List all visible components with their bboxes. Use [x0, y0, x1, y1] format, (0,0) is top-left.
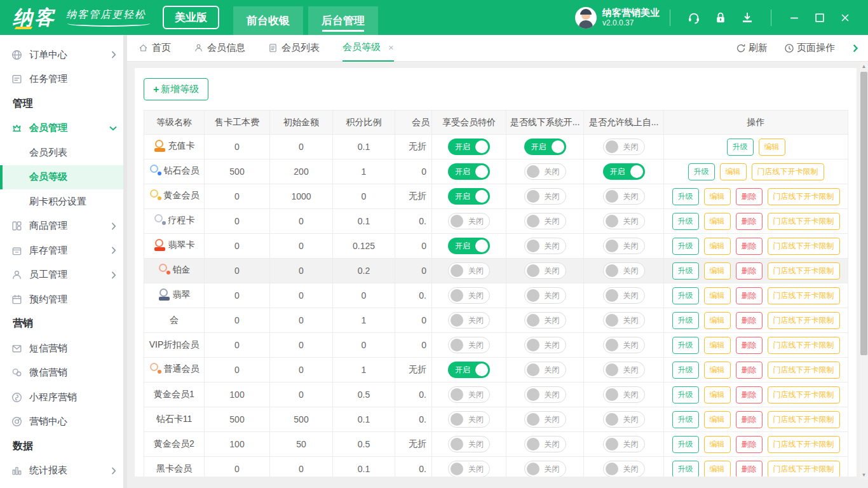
upgrade-button[interactable]: 升级: [672, 213, 699, 230]
delete-button[interactable]: 删除: [736, 312, 763, 329]
upgrade-button[interactable]: 升级: [672, 461, 699, 477]
sidebar-item[interactable]: 库存管理: [0, 238, 127, 263]
toggle-offline-open[interactable]: 关闭: [524, 362, 566, 378]
delete-button[interactable]: 删除: [736, 213, 763, 230]
maximize-button[interactable]: [814, 12, 825, 24]
toggle-online-self[interactable]: 关闭: [603, 213, 645, 229]
mode-tab-backend[interactable]: 后台管理: [308, 6, 378, 35]
scroll-up-icon[interactable]: ▲: [860, 62, 868, 71]
toggle-special-price[interactable]: 开启: [448, 188, 490, 205]
page-operations-button[interactable]: 页面操作: [784, 42, 835, 54]
toggle-online-self[interactable]: 关闭: [603, 337, 645, 353]
toggle-online-self[interactable]: 关闭: [603, 188, 645, 205]
edit-button[interactable]: 编辑: [704, 312, 731, 329]
toggle-special-price[interactable]: 开启: [448, 163, 490, 180]
toggle-special-price[interactable]: 关闭: [448, 262, 490, 279]
tab-会员等级[interactable]: 会员等级×: [342, 35, 394, 62]
sidebar-subitem[interactable]: 刷卡积分设置: [0, 189, 127, 214]
upgrade-button[interactable]: 升级: [688, 163, 715, 180]
toggle-special-price[interactable]: 关闭: [448, 287, 490, 304]
toggle-online-self[interactable]: 关闭: [603, 287, 645, 304]
limit-button[interactable]: 门店线下开卡限制: [768, 188, 840, 205]
close-tab-icon[interactable]: ×: [388, 42, 394, 53]
upgrade-button[interactable]: 升级: [672, 238, 699, 255]
sidebar-item[interactable]: 会员管理: [0, 116, 127, 141]
upgrade-button[interactable]: 升级: [672, 262, 699, 280]
edit-button[interactable]: 编辑: [759, 139, 785, 156]
sidebar-item[interactable]: 短信营销: [0, 336, 127, 361]
toggle-online-self[interactable]: 关闭: [603, 139, 645, 155]
sidebar-item[interactable]: 预约管理: [0, 287, 127, 312]
toggle-special-price[interactable]: 关闭: [448, 386, 490, 403]
toggle-online-self[interactable]: 关闭: [603, 238, 645, 254]
user-avatar[interactable]: [575, 7, 597, 29]
limit-button[interactable]: 门店线下开卡限制: [768, 337, 840, 354]
upgrade-button[interactable]: 升级: [672, 312, 699, 329]
upgrade-button[interactable]: 升级: [672, 188, 699, 205]
sidebar-item[interactable]: 小程序营销: [0, 385, 127, 410]
upgrade-button[interactable]: 升级: [672, 337, 699, 354]
sidebar-item[interactable]: [0, 483, 127, 488]
toggle-offline-open[interactable]: 关闭: [524, 188, 566, 205]
toggle-online-self[interactable]: 关闭: [603, 461, 645, 477]
delete-button[interactable]: 删除: [736, 386, 763, 403]
toggle-online-self[interactable]: 关闭: [603, 312, 645, 329]
toggle-special-price[interactable]: 关闭: [448, 436, 490, 452]
upgrade-button[interactable]: 升级: [672, 362, 699, 379]
lock-icon[interactable]: [714, 11, 728, 25]
toggle-special-price[interactable]: 开启: [448, 362, 490, 378]
tab-首页[interactable]: 首页: [139, 35, 171, 62]
limit-button[interactable]: 门店线下开卡限制: [768, 411, 840, 428]
limit-button[interactable]: 门店线下开卡限制: [768, 436, 840, 453]
delete-button[interactable]: 删除: [736, 262, 763, 280]
toggle-offline-open[interactable]: 关闭: [524, 411, 566, 428]
upgrade-button[interactable]: 升级: [727, 139, 754, 156]
sidebar-item[interactable]: 员工管理: [0, 263, 127, 288]
toggle-special-price[interactable]: 开启: [448, 139, 490, 155]
tab-会员信息[interactable]: 会员信息: [194, 35, 245, 62]
delete-button[interactable]: 删除: [736, 362, 763, 379]
sidebar-item[interactable]: 商品管理: [0, 214, 127, 239]
sidebar-item[interactable]: 营销中心: [0, 410, 127, 435]
sidebar-subitem[interactable]: 会员等级: [0, 165, 127, 190]
limit-button[interactable]: 门店线下开卡限制: [768, 312, 840, 329]
edit-button[interactable]: 编辑: [704, 461, 731, 477]
mode-tab-cashier[interactable]: 前台收银: [233, 6, 303, 35]
toggle-offline-open[interactable]: 关闭: [524, 213, 566, 229]
limit-button[interactable]: 门店线下开卡限制: [768, 238, 840, 255]
user-info[interactable]: 纳客营销美业 v2.0.0.37: [602, 7, 660, 29]
sidebar-item[interactable]: 订单中心: [0, 43, 127, 67]
toggle-online-self[interactable]: 关闭: [603, 262, 645, 279]
sidebar-subitem[interactable]: 会员列表: [0, 140, 127, 165]
toggle-offline-open[interactable]: 关闭: [524, 312, 566, 329]
upgrade-button[interactable]: 升级: [672, 436, 699, 453]
toggle-special-price[interactable]: 关闭: [448, 411, 490, 428]
edition-badge[interactable]: 美业版: [163, 6, 219, 29]
minimize-button[interactable]: [789, 12, 800, 24]
limit-button[interactable]: 门店线下开卡限制: [768, 362, 840, 379]
limit-button[interactable]: 门店线下开卡限制: [768, 461, 840, 477]
edit-button[interactable]: 编辑: [720, 163, 747, 180]
scroll-down-icon[interactable]: ▼: [860, 471, 868, 479]
edit-button[interactable]: 编辑: [704, 188, 731, 205]
sidebar-item[interactable]: 微信营销: [0, 361, 127, 386]
toggle-offline-open[interactable]: 关闭: [524, 436, 566, 452]
expand-operations-icon[interactable]: [851, 44, 859, 53]
edit-button[interactable]: 编辑: [704, 262, 731, 280]
toggle-special-price[interactable]: 关闭: [448, 337, 490, 353]
delete-button[interactable]: 删除: [736, 287, 763, 304]
edit-button[interactable]: 编辑: [704, 386, 731, 403]
delete-button[interactable]: 删除: [736, 436, 763, 453]
upgrade-button[interactable]: 升级: [672, 386, 699, 403]
delete-button[interactable]: 删除: [736, 461, 763, 477]
vertical-scrollbar[interactable]: ▲ ▼: [860, 62, 868, 480]
edit-button[interactable]: 编辑: [704, 362, 731, 379]
toggle-offline-open[interactable]: 关闭: [524, 461, 566, 477]
toggle-online-self[interactable]: 关闭: [603, 362, 645, 378]
toggle-special-price[interactable]: 关闭: [448, 461, 490, 477]
toggle-offline-open[interactable]: 关闭: [524, 163, 566, 180]
scrollbar-thumb[interactable]: [860, 72, 867, 355]
edit-button[interactable]: 编辑: [704, 238, 731, 255]
upgrade-button[interactable]: 升级: [672, 411, 699, 428]
support-icon[interactable]: [687, 11, 701, 25]
